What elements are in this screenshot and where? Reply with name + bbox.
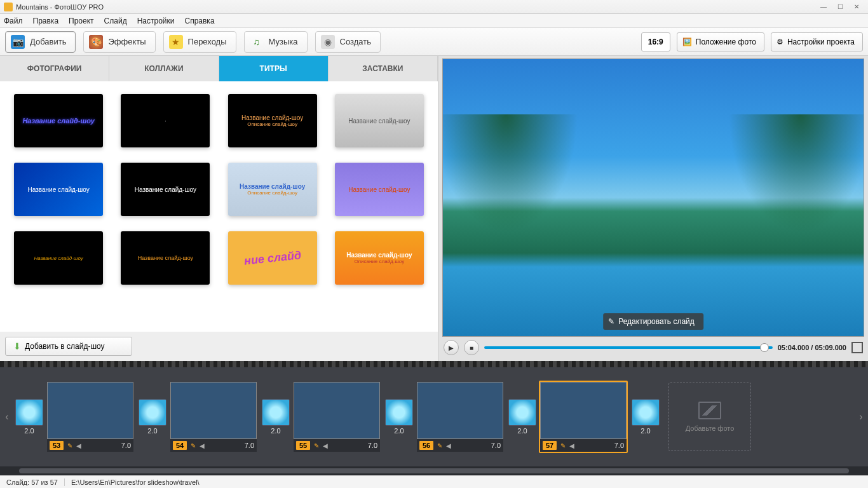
transition-duration: 2.0: [24, 427, 34, 435]
disc-icon: ◉: [321, 35, 335, 49]
menu-slide[interactable]: Слайд: [104, 17, 127, 25]
music-button[interactable]: ♫ Музыка: [244, 31, 308, 53]
status-path: E:\Users\En\Pictures\for slideshow\trave…: [65, 478, 868, 486]
title-template[interactable]: ние слайд: [228, 231, 317, 285]
menu-edit[interactable]: Правка: [33, 17, 59, 25]
effects-button[interactable]: 🎨 Эффекты: [83, 31, 155, 53]
fullscreen-button[interactable]: [851, 342, 863, 353]
play-button[interactable]: ▶: [444, 340, 459, 355]
transition-duration: 2.0: [641, 427, 650, 435]
transition-icon: [385, 399, 413, 426]
transition-thumb[interactable]: 2.0: [632, 399, 660, 435]
image-placeholder-icon: [698, 402, 721, 419]
palette-icon: 🎨: [89, 35, 103, 49]
edit-slide-button[interactable]: ✎ Редактировать слайд: [603, 313, 703, 330]
transition-thumb[interactable]: 2.0: [139, 399, 166, 435]
transitions-button[interactable]: ★ Переходы: [163, 31, 236, 53]
project-settings-button[interactable]: ⚙ Настройки проекта: [771, 32, 863, 51]
slide-thumb-selected[interactable]: 57✎◀7.0: [539, 381, 628, 453]
transition-thumb[interactable]: 2.0: [262, 399, 290, 435]
photo-position-label: Положение фото: [696, 37, 756, 46]
stop-button[interactable]: ■: [464, 340, 479, 355]
sound-icon[interactable]: ◀: [76, 442, 81, 449]
tab-titles[interactable]: ТИТРЫ: [219, 56, 329, 81]
menubar: Файл Правка Проект Слайд Настройки Справ…: [0, 14, 868, 28]
tab-collages[interactable]: КОЛЛАЖИ: [109, 56, 219, 81]
minimize-button[interactable]: —: [816, 2, 831, 12]
timeline-prev[interactable]: ‹: [3, 411, 11, 423]
transition-duration: 2.0: [271, 427, 280, 435]
pencil-icon[interactable]: ✎: [437, 442, 442, 449]
edit-slide-label: Редактировать слайд: [618, 317, 695, 326]
preview-viewport: ✎ Редактировать слайд: [442, 58, 864, 337]
titlebar: Mountains - ФотоШОУ PRO — ☐ ✕: [0, 0, 868, 14]
slide-number: 53: [50, 441, 64, 450]
title-template[interactable]: Название слайд-шоуОписание слайд-шоу: [228, 94, 317, 147]
transition-duration: 2.0: [517, 427, 527, 435]
timeline-scrollbar[interactable]: [0, 466, 868, 475]
gear-icon: ⚙: [776, 37, 783, 46]
title-template[interactable]: Название слайд-шоу: [14, 163, 103, 216]
title-template[interactable]: Название слайд-шоу: [14, 231, 103, 285]
add-photo-label: Добавьте фото: [686, 424, 735, 432]
menu-file[interactable]: Файл: [4, 17, 23, 25]
title-template[interactable]: Название слайд-шоу: [335, 163, 424, 216]
seek-handle[interactable]: [760, 343, 769, 352]
title-template[interactable]: ·: [121, 94, 210, 147]
sound-icon[interactable]: ◀: [446, 442, 451, 449]
tab-photos[interactable]: ФОТОГРАФИИ: [0, 56, 109, 81]
menu-help[interactable]: Справка: [184, 17, 214, 25]
close-button[interactable]: ✕: [849, 2, 864, 12]
aspect-ratio[interactable]: 16:9: [641, 32, 670, 51]
photo-icon: 🖼️: [682, 37, 692, 46]
slide-thumb[interactable]: 56✎◀7.0: [416, 381, 505, 453]
menu-project[interactable]: Проект: [69, 17, 94, 25]
slide-duration: 7.0: [368, 442, 377, 449]
transition-icon: [508, 399, 536, 426]
left-pane: ФОТОГРАФИИ КОЛЛАЖИ ТИТРЫ ЗАСТАВКИ Назван…: [0, 56, 438, 361]
slide-thumb[interactable]: 53✎◀7.0: [46, 381, 135, 453]
create-button[interactable]: ◉ Создать: [315, 31, 381, 53]
sound-icon[interactable]: ◀: [569, 442, 574, 449]
transition-thumb[interactable]: 2.0: [508, 399, 536, 435]
effects-label: Эффекты: [108, 37, 146, 46]
slide-thumb[interactable]: 54✎◀7.0: [169, 381, 258, 453]
scrollbar-handle[interactable]: [19, 468, 849, 473]
tab-presets[interactable]: ЗАСТАВКИ: [329, 56, 438, 81]
add-photo-placeholder[interactable]: Добавьте фото: [668, 383, 751, 451]
timeline-next[interactable]: ›: [857, 411, 865, 423]
pencil-icon[interactable]: ✎: [191, 442, 196, 449]
create-label: Создать: [340, 37, 371, 46]
slide-thumb[interactable]: 55✎◀7.0: [292, 381, 381, 453]
statusbar: Слайд: 57 из 57 E:\Users\En\Pictures\for…: [0, 475, 868, 488]
title-template[interactable]: Название слайд-шоу: [14, 94, 103, 147]
project-settings-label: Настройки проекта: [787, 37, 855, 46]
title-template[interactable]: Название слайд-шоу: [121, 163, 210, 216]
window-controls: — ☐ ✕: [816, 2, 864, 12]
photo-position-button[interactable]: 🖼️ Положение фото: [677, 32, 764, 51]
title-template[interactable]: Название слайд-шоуОписание слайд-шоу: [335, 231, 424, 285]
slide-image: [170, 382, 257, 439]
slide-image: [47, 382, 133, 439]
transition-thumb[interactable]: 2.0: [385, 399, 413, 435]
title-template[interactable]: Название слайд-шоу: [121, 231, 210, 285]
app-icon: [4, 3, 13, 11]
category-tabs: ФОТОГРАФИИ КОЛЛАЖИ ТИТРЫ ЗАСТАВКИ: [0, 56, 438, 81]
slide-duration: 7.0: [245, 442, 254, 449]
pencil-icon[interactable]: ✎: [314, 442, 319, 449]
menu-settings[interactable]: Настройки: [137, 17, 175, 25]
title-template[interactable]: Название слайд-шоу: [335, 94, 424, 147]
transition-icon: [139, 399, 166, 426]
add-to-slideshow-button[interactable]: ⬇ Добавить в слайд-шоу: [5, 337, 132, 356]
add-button[interactable]: 📷 Добавить: [5, 31, 76, 53]
sound-icon[interactable]: ◀: [200, 442, 205, 449]
pencil-icon[interactable]: ✎: [560, 442, 566, 449]
pencil-icon[interactable]: ✎: [67, 442, 72, 449]
maximize-button[interactable]: ☐: [832, 2, 848, 12]
timeline: ‹ 2.0 53✎◀7.0 2.0 54✎◀7.0 2.0 55✎◀7.0 2.…: [0, 361, 868, 475]
sound-icon[interactable]: ◀: [323, 442, 328, 449]
transition-duration: 2.0: [394, 427, 403, 435]
seek-slider[interactable]: [484, 346, 773, 349]
title-template[interactable]: Название слайд-шоуОписание слайд-шоу: [228, 163, 317, 216]
transition-thumb[interactable]: 2.0: [15, 399, 43, 435]
